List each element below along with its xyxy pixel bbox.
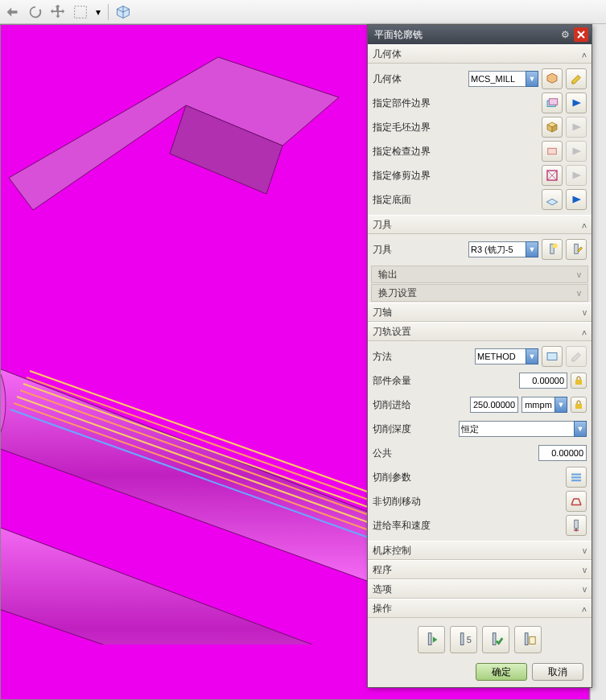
- geometry-body-select[interactable]: [468, 71, 526, 87]
- cut-feed-label: 切削进给: [373, 398, 467, 412]
- dialog-titlebar[interactable]: 平面轮廓铣 ⚙: [368, 25, 592, 44]
- floor-label: 指定底面: [373, 193, 538, 207]
- dropdown-arrow-icon[interactable]: ▼: [526, 71, 538, 87]
- feed-speed-button[interactable]: [566, 515, 587, 536]
- cut-params-button[interactable]: [566, 467, 587, 488]
- geometry-body-label: 几何体: [373, 72, 465, 86]
- geometry-view-button[interactable]: [542, 68, 563, 89]
- dropdown-arrow-icon[interactable]: ▼: [526, 348, 538, 364]
- blank-boundary-label: 指定毛坯边界: [373, 121, 538, 134]
- blank-boundary-display-button[interactable]: [566, 117, 587, 138]
- cut-feed-input[interactable]: [470, 397, 518, 413]
- method-edit-button[interactable]: [566, 346, 587, 367]
- common-input[interactable]: [538, 445, 587, 461]
- chevron-up-icon: ʌ: [582, 327, 587, 336]
- select-rect-button[interactable]: [71, 2, 90, 22]
- cut-params-label: 切削参数: [373, 471, 563, 484]
- svg-rect-24: [428, 633, 431, 645]
- svg-rect-12: [548, 148, 557, 154]
- floor-select-button[interactable]: [542, 189, 563, 210]
- operate-action-row: 5: [368, 618, 592, 658]
- section-program-title: 程序: [373, 563, 583, 577]
- section-tool-header[interactable]: 刀具 ʌ: [368, 215, 592, 234]
- svg-rect-18: [575, 380, 582, 385]
- svg-rect-23: [575, 520, 579, 529]
- common-label: 公共: [373, 447, 535, 460]
- noncut-move-button[interactable]: [566, 491, 587, 512]
- chevron-up-icon: ʌ: [582, 50, 587, 59]
- svg-rect-21: [571, 476, 581, 478]
- part-stock-input[interactable]: [519, 373, 567, 389]
- chevron-up-icon: ʌ: [582, 220, 587, 229]
- undo-button[interactable]: [3, 2, 23, 22]
- svg-point-15: [553, 244, 558, 249]
- replay-path-button[interactable]: 5: [450, 626, 477, 653]
- chevron-down-icon: v: [583, 546, 587, 555]
- dropdown-arrow-icon[interactable]: ▼: [574, 421, 587, 437]
- cut-feed-unit-select[interactable]: [521, 397, 555, 413]
- section-machine-control-title: 机床控制: [373, 544, 583, 558]
- pan-button[interactable]: [48, 2, 68, 22]
- svg-text:5: 5: [467, 635, 472, 644]
- section-options-header[interactable]: 选项 v: [368, 579, 592, 599]
- section-path-title: 刀轨设置: [373, 325, 582, 339]
- ok-button[interactable]: 确定: [476, 663, 527, 681]
- svg-rect-27: [493, 633, 496, 645]
- dialog-settings-icon[interactable]: ⚙: [558, 27, 572, 42]
- dialog-close-icon[interactable]: [574, 27, 588, 42]
- part-stock-lock-icon[interactable]: [571, 373, 587, 389]
- subsection-output-title: 输出: [378, 268, 577, 282]
- dialog-title: 平面轮廓铣: [371, 28, 556, 42]
- part-boundary-label: 指定部件边界: [373, 97, 538, 110]
- tool-select[interactable]: [468, 241, 526, 257]
- noncut-move-label: 非切削移动: [373, 495, 563, 509]
- rotate-button[interactable]: [26, 2, 45, 22]
- svg-rect-11: [549, 99, 558, 105]
- chevron-down-icon: v: [577, 270, 581, 279]
- dropdown-arrow-icon[interactable]: ▼: [526, 241, 538, 257]
- section-path-body: 方法 ▼ 部件余量 切削进给 ▼ 切削深度 ▼ 公共 切削参数: [368, 341, 592, 541]
- section-machine-control-header[interactable]: 机床控制 v: [368, 541, 592, 560]
- view-cube-button[interactable]: [113, 2, 133, 22]
- cut-depth-select[interactable]: [459, 421, 575, 437]
- svg-rect-19: [575, 404, 582, 409]
- check-boundary-display-button[interactable]: [566, 141, 587, 162]
- section-geometry-header[interactable]: 几何体 ʌ: [368, 44, 592, 64]
- list-path-button[interactable]: [514, 626, 542, 653]
- svg-rect-17: [547, 353, 557, 360]
- verify-path-button[interactable]: [482, 626, 509, 653]
- section-geometry-title: 几何体: [373, 47, 582, 61]
- section-tool-title: 刀具: [373, 218, 582, 232]
- check-boundary-label: 指定检查边界: [373, 145, 538, 159]
- cancel-button[interactable]: 取消: [532, 663, 583, 681]
- section-geometry-body: 几何体 ▼ 指定部件边界 指定毛坯边界 指定检查边界 指定修剪边界 指定底面: [368, 64, 592, 215]
- subsection-change-tool-header[interactable]: 换刀设置 v: [371, 284, 588, 302]
- section-path-header[interactable]: 刀轨设置 ʌ: [368, 322, 592, 341]
- trim-boundary-label: 指定修剪边界: [373, 169, 538, 183]
- section-program-header[interactable]: 程序 v: [368, 560, 592, 579]
- method-view-button[interactable]: [542, 346, 563, 367]
- section-operate-title: 操作: [373, 602, 582, 616]
- cut-feed-lock-icon[interactable]: [571, 397, 587, 413]
- generate-path-button[interactable]: [418, 626, 445, 653]
- toolbar-dropdown-icon[interactable]: ▾: [93, 2, 103, 22]
- trim-boundary-display-button[interactable]: [566, 165, 587, 186]
- method-select[interactable]: [475, 348, 526, 364]
- tool-edit-button[interactable]: [566, 239, 587, 260]
- trim-boundary-select-button[interactable]: [542, 165, 563, 186]
- part-boundary-display-button[interactable]: [566, 93, 587, 113]
- chevron-down-icon: v: [583, 585, 587, 594]
- check-boundary-select-button[interactable]: [542, 141, 563, 162]
- dropdown-arrow-icon[interactable]: ▼: [554, 397, 567, 413]
- section-axis-header[interactable]: 刀轴 v: [368, 303, 592, 322]
- floor-display-button[interactable]: [566, 189, 587, 210]
- part-boundary-select-button[interactable]: [542, 93, 563, 113]
- right-dock-strip: [590, 24, 606, 700]
- geometry-edit-button[interactable]: [566, 68, 587, 89]
- planar-profile-mill-dialog: 平面轮廓铣 ⚙ 几何体 ʌ 几何体 ▼ 指定部件边界 指定毛坯边界 指定检查边界: [367, 24, 592, 688]
- subsection-output-header[interactable]: 输出 v: [371, 266, 588, 283]
- section-operate-header[interactable]: 操作 ʌ: [368, 599, 592, 618]
- tool-new-button[interactable]: [542, 239, 563, 260]
- blank-boundary-select-button[interactable]: [542, 117, 563, 138]
- chevron-down-icon: v: [583, 308, 587, 317]
